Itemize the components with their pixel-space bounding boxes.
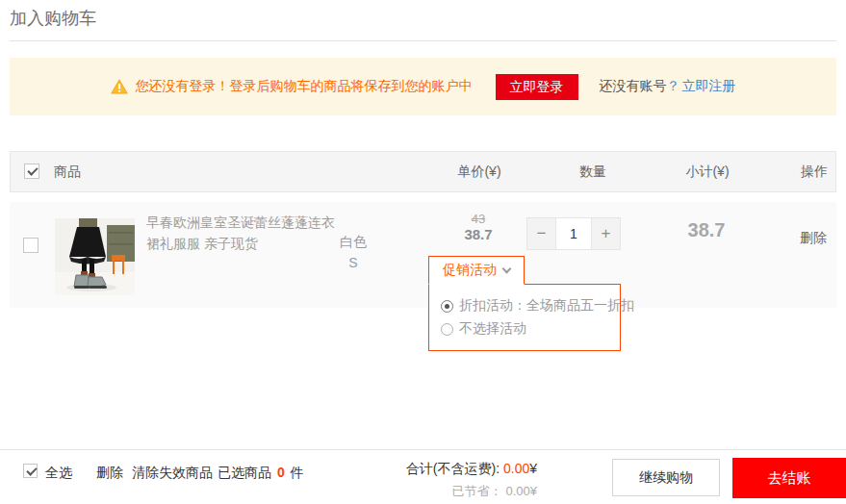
- promotion-label: 促销活动: [443, 262, 497, 279]
- warning-triangle-icon: [111, 79, 128, 94]
- total-label: 合计(不含运费):: [406, 461, 503, 476]
- total-value: 0.00: [503, 461, 529, 476]
- chevron-down-icon: [502, 264, 512, 273]
- selected-prefix: 已选商品: [218, 465, 271, 480]
- header-subtotal: 小计(¥): [659, 152, 756, 191]
- no-account-text: 还没有账号: [600, 78, 667, 95]
- no-account-question-mark: ？: [667, 78, 680, 95]
- promotion-option-discount[interactable]: 折扣活动：全场商品五一折扣: [441, 294, 620, 317]
- quantity-decrease-button[interactable]: −: [526, 217, 555, 250]
- footer-delete-link[interactable]: 删除: [96, 465, 123, 482]
- product-image[interactable]: [55, 218, 135, 295]
- total-line: 合计(不含运费): 0.00¥: [406, 461, 537, 478]
- promotion-option-label: 不选择活动: [459, 320, 526, 338]
- promotion-panel: 折扣活动：全场商品五一折扣 不选择活动: [428, 284, 621, 351]
- clear-invalid-link[interactable]: 清除失效商品: [132, 465, 213, 482]
- login-notice-message: 您还没有登录！登录后购物车的商品将保存到您的账户中: [136, 78, 473, 95]
- selected-count-text: 已选商品 0 件: [218, 465, 304, 482]
- radio-button[interactable]: [441, 300, 453, 313]
- quantity-increase-button[interactable]: +: [592, 217, 621, 250]
- selected-suffix: 件: [291, 465, 304, 480]
- continue-shopping-button[interactable]: 继续购物: [612, 459, 720, 496]
- register-now-link[interactable]: 立即注册: [682, 78, 736, 95]
- header-quantity: 数量: [545, 152, 641, 191]
- select-all-header-checkbox[interactable]: [24, 164, 39, 179]
- saved-value: 0.00¥: [505, 484, 537, 498]
- product-size: S: [305, 255, 401, 270]
- item-checkbox[interactable]: [23, 238, 38, 253]
- item-subtotal: 38.7: [658, 219, 755, 241]
- login-notice-bar: 您还没有登录！登录后购物车的商品将保存到您的账户中 立即登录 还没有账号？ 立即…: [10, 58, 836, 115]
- item-delete-link[interactable]: 删除: [765, 230, 846, 247]
- header-action: 操作: [766, 152, 846, 191]
- header-unit-price: 单价(¥): [431, 152, 527, 191]
- promotion-dropdown-toggle[interactable]: 促销活动: [428, 256, 525, 285]
- divider: [10, 40, 836, 41]
- cart-table-header: 商品 单价(¥) 数量 小计(¥) 操作: [10, 151, 836, 192]
- quantity-input[interactable]: [555, 217, 592, 250]
- product-color: 白色: [305, 234, 401, 251]
- promotion-option-label: 折扣活动：全场商品五一折扣: [459, 297, 634, 315]
- header-product: 商品: [54, 152, 81, 191]
- cart-footer-bar: 全选 删除 清除失效商品 已选商品 0 件 合计(不含运费): 0.00¥ 已节…: [0, 449, 846, 504]
- login-now-button[interactable]: 立即登录: [496, 74, 578, 100]
- saved-line: 已节省： 0.00¥: [406, 483, 537, 500]
- current-price: 38.7: [430, 226, 526, 242]
- checkout-button[interactable]: 去结账: [732, 458, 846, 498]
- cart-item-row: 早春欧洲皇室圣诞蕾丝蓬蓬连衣裙礼服服 亲子现货 白色 S 43 38.7 − +…: [10, 202, 836, 308]
- radio-button[interactable]: [441, 323, 453, 336]
- promotion-option-none[interactable]: 不选择活动: [441, 317, 620, 340]
- page-title: 加入购物车: [10, 7, 96, 30]
- cart-page: 加入购物车 您还没有登录！登录后购物车的商品将保存到您的账户中 立即登录 还没有…: [0, 0, 846, 504]
- select-all-footer-checkbox[interactable]: [23, 464, 38, 478]
- quantity-stepper: − +: [526, 217, 621, 250]
- total-currency: ¥: [529, 461, 537, 476]
- selected-count: 0: [275, 465, 287, 480]
- totals-block: 合计(不含运费): 0.00¥ 已节省： 0.00¥: [406, 461, 537, 500]
- select-all-label[interactable]: 全选: [45, 465, 72, 482]
- saved-label: 已节省：: [452, 484, 506, 498]
- original-price: 43: [430, 212, 526, 226]
